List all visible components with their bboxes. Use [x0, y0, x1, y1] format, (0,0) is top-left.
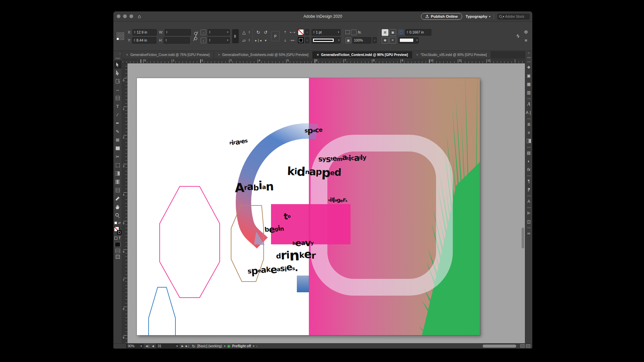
wrap-offset-field[interactable]: ▲▼ 0.1667 in	[405, 29, 431, 36]
vertical-ruler[interactable]: 0123456789	[122, 63, 127, 343]
workspace-switcher[interactable]: Typography ▾	[466, 14, 490, 18]
dock-grip[interactable]	[527, 57, 531, 58]
align-panel-icon[interactable]: ⊫	[526, 209, 532, 217]
opacity-field[interactable]: 100%	[353, 37, 371, 44]
reference-point-proxy[interactable]	[117, 33, 124, 40]
content-collector-tool[interactable]	[114, 94, 121, 102]
text-wrap-object-button[interactable]: ◉	[382, 37, 388, 44]
home-icon[interactable]: ⌂	[138, 14, 141, 19]
align-vertical-icon[interactable]: ⇣	[282, 37, 288, 43]
publish-online-button[interactable]: Publish Online	[421, 13, 463, 20]
scale-x-field[interactable]: ▲▼ ▾	[208, 29, 230, 36]
paragraph-styles-panel-icon[interactable]: A❘	[526, 108, 532, 117]
panel-menu-icon[interactable]: ≡	[525, 38, 527, 43]
distribute-vertical-icon[interactable]: ⇡	[282, 29, 288, 35]
fill-swatch[interactable]	[298, 29, 304, 35]
close-icon[interactable]: ×	[416, 53, 418, 57]
height-field[interactable]: ▲▼	[164, 37, 190, 44]
y-position-field[interactable]: ▲▼ 8.44 in	[132, 37, 156, 44]
layers-panel-icon[interactable]: ❖	[526, 63, 532, 71]
document-spread[interactable]: spacePiratessystematicallykidnappedArabi…	[137, 78, 480, 335]
direct-selection-tool[interactable]	[114, 69, 121, 77]
tab-generativefiction-cover[interactable]: × GenerativeFiction_Cover.indd @ 75% [GP…	[122, 51, 214, 58]
stepper-icon[interactable]: ▲▼	[407, 31, 408, 34]
stepper-icon[interactable]: ▲▼	[165, 39, 167, 42]
close-icon[interactable]: ×	[218, 53, 220, 57]
constrain-scale-link-button[interactable]: ∞	[232, 29, 239, 43]
chevron-down-icon[interactable]: ▾	[227, 31, 228, 34]
wrap-swatch-dropdown[interactable]: ▾	[398, 37, 419, 44]
distribute-horizontal-icon[interactable]: ⇠⇢	[289, 29, 296, 35]
stroke-style-dropdown[interactable]: ▾	[312, 37, 340, 44]
text-wrap-bounding-button[interactable]: ▣	[389, 29, 396, 36]
resize-grip-icon[interactable]	[526, 344, 530, 348]
gap-tool[interactable]: ↔	[114, 85, 121, 94]
pencil-tool[interactable]: ✎	[114, 127, 121, 136]
character-styles-panel-icon[interactable]: A	[526, 100, 532, 108]
panel-group-grip[interactable]	[527, 98, 531, 99]
panel-group-grip[interactable]	[527, 195, 531, 196]
pink-octagon-outline[interactable]	[160, 186, 220, 298]
flip-horizontal-icon[interactable]: ▸❘◂	[255, 37, 261, 43]
line-tool[interactable]: ∕	[114, 111, 121, 119]
align-horizontal-icon[interactable]: ⇢⇠	[289, 37, 296, 43]
glyphs-panel-icon[interactable]: ⁋	[526, 185, 532, 194]
stepper-icon[interactable]: ▲▼	[209, 31, 211, 34]
previous-page-button[interactable]: ◀	[152, 345, 154, 348]
fill-stroke-swatches[interactable]	[114, 227, 121, 235]
gradient-feather-tool[interactable]	[114, 178, 121, 186]
chevron-down-icon[interactable]: ▾	[417, 39, 418, 42]
pen-tool[interactable]: ✒	[114, 119, 121, 127]
width-field[interactable]: ▲▼	[165, 29, 191, 36]
opacity-more-button[interactable]: ›	[373, 37, 377, 43]
default-swatches-icon[interactable]	[114, 222, 117, 224]
hand-tool[interactable]	[114, 203, 121, 211]
panel-group-grip[interactable]	[527, 207, 531, 208]
type-tool[interactable]: T	[114, 102, 121, 111]
stepper-icon[interactable]: ▲▼	[133, 39, 135, 42]
zoom-tool[interactable]	[114, 211, 121, 220]
color-panel-icon[interactable]: ◐	[526, 157, 532, 165]
pasteboard[interactable]: spacePiratessystematicallykidnappedArabi…	[127, 63, 525, 343]
tools-expand-icon[interactable]: ›	[119, 52, 122, 57]
close-window-button[interactable]	[117, 14, 120, 18]
collapse-status-icon[interactable]: ‹	[256, 344, 257, 348]
text-wrap-jump-button[interactable]: ≡	[389, 37, 396, 44]
tab-generativefiction-content[interactable]: × GenerativeFiction_Content.indd @ 90% […	[313, 51, 412, 58]
blue-octagon-outline[interactable]	[149, 287, 175, 335]
magenta-rectangle[interactable]	[271, 204, 351, 244]
first-page-button[interactable]: ◀❘	[146, 345, 150, 348]
effects-fx-button[interactable]: fx.	[358, 30, 362, 34]
stepper-icon[interactable]: ▲▼	[134, 31, 136, 34]
panel-group-grip[interactable]	[527, 118, 531, 119]
formatting-text-icon[interactable]: T	[118, 236, 120, 240]
chevron-down-icon[interactable]: ▾	[224, 345, 225, 348]
stepper-icon[interactable]: ▲▼	[209, 39, 211, 42]
close-icon[interactable]: ×	[126, 53, 128, 57]
adobe-stock-search[interactable]: ▾ Adobe Stock	[497, 14, 530, 19]
chevron-down-icon[interactable]: ▾	[338, 31, 339, 34]
effects-panel-icon[interactable]: fx	[526, 165, 532, 174]
dock-collapse-icon[interactable]: «	[528, 51, 530, 57]
panel-group-grip[interactable]	[527, 227, 531, 228]
gradient-panel-icon[interactable]	[526, 137, 532, 145]
pages-panel-icon[interactable]: ▣	[526, 71, 532, 80]
screen-mode-icon[interactable]	[116, 255, 120, 259]
panel-group-grip[interactable]	[527, 175, 531, 176]
eyedropper-tool[interactable]	[114, 194, 121, 203]
blue-gradient-square[interactable]	[297, 276, 309, 292]
select-container-icon[interactable]: P	[271, 31, 280, 41]
panel-group-grip[interactable]	[527, 61, 531, 62]
paragraph-panel-icon[interactable]: ¶	[526, 177, 532, 185]
frame-tool[interactable]: ⊠	[114, 136, 121, 144]
selection-tool[interactable]	[114, 60, 121, 69]
gear-icon[interactable]: ⚙	[524, 29, 528, 35]
horizontal-ruler[interactable]: 0123456789101112	[122, 58, 525, 63]
rotate-spread-icon[interactable]: ↻	[192, 344, 195, 349]
page-number-field[interactable]: 31 ▾	[156, 344, 179, 348]
stepper-icon[interactable]: ▲▼	[313, 31, 315, 34]
pathfinder-panel-icon[interactable]: ◫	[526, 217, 532, 226]
tools-grip[interactable]	[115, 58, 120, 59]
tab-docstudio-v05[interactable]: × *DocStudio_v05.indd @ 90% [GPU Preview…	[412, 51, 491, 58]
stroke-panel-icon[interactable]: ≡	[526, 128, 532, 137]
